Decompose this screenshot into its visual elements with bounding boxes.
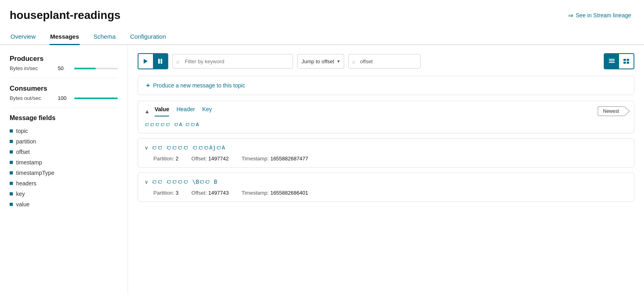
offset-label-2: Offset:: [192, 156, 207, 162]
field-bullet-offset: [10, 150, 13, 154]
svg-rect-4: [609, 60, 615, 61]
field-item-topic: topic: [10, 126, 118, 136]
field-label-timestamp: timestamp: [16, 159, 42, 166]
stream-lineage-icon: ⇒: [568, 12, 573, 19]
offset-value-2: 1497742: [208, 156, 229, 162]
toolbar: ⌕ Jump to offset ▾ ⌕: [138, 53, 634, 69]
tab-overview[interactable]: Overview: [10, 29, 37, 45]
field-item-value: value: [10, 199, 118, 210]
timestamp-label-2: Timestamp:: [242, 156, 268, 162]
message-card-1-header-left: ▲ Value Header Key: [144, 106, 212, 116]
consumers-title: Consumers: [10, 85, 118, 93]
bytes-out-progress-fill: [74, 98, 118, 99]
svg-rect-3: [609, 59, 615, 60]
chevron-up-icon-msg1[interactable]: ▲: [144, 108, 150, 114]
partition-label-2: Partition:: [153, 156, 174, 162]
tabs-bar: Overview Messages Schema Configuration: [0, 29, 644, 45]
filter-input[interactable]: [172, 54, 293, 69]
field-bullet-topic: [10, 129, 13, 133]
field-bullet-value: [10, 203, 13, 206]
message-value-text-1: ꀀꀀꀀꀀꀀ ꀀA ꀀꀀA: [144, 121, 627, 127]
message-card-2-meta: Partition: 2 Offset: 1497742 Timestamp: …: [138, 153, 634, 167]
message-title-3: ꀀꀀ ꀀꀀꀀꀀ \Bꀀꀀ B: [152, 179, 217, 185]
message-tabs-1: Value Header Key: [155, 106, 212, 116]
msg-tab-key[interactable]: Key: [202, 106, 212, 116]
timestamp-value-2: 1655882687477: [270, 156, 308, 162]
partition-value-3: 3: [175, 190, 178, 196]
stream-lineage-link[interactable]: ⇒ See in Stream lineage: [568, 12, 631, 19]
sidebar-divider-2: [10, 108, 118, 108]
tab-configuration[interactable]: Configuration: [129, 29, 167, 45]
field-item-offset: offset: [10, 147, 118, 157]
meta-offset-3: Offset: 1497743: [192, 190, 229, 196]
meta-timestamp-2: Timestamp: 1655882687477: [242, 156, 308, 162]
filter-search-icon: ⌕: [176, 58, 180, 64]
producers-title: Producers: [10, 55, 118, 63]
meta-partition-2: Partition: 2: [153, 156, 179, 162]
timestamp-label-3: Timestamp:: [242, 190, 268, 196]
sidebar: Producers Bytes in/sec 50 Consumers Byte…: [0, 45, 128, 294]
page-header: houseplant-readings ⇒ See in Stream line…: [0, 0, 644, 29]
message-fields-title: Message fields: [10, 114, 118, 122]
message-card-1-header: ▲ Value Header Key Newest: [138, 101, 634, 116]
message-card-1-body: ꀀꀀꀀꀀꀀ ꀀA ꀀꀀA: [138, 116, 634, 133]
filter-input-wrap: ⌕: [172, 54, 293, 69]
list-view-icon: [609, 58, 615, 64]
grid-view-button[interactable]: [619, 54, 634, 69]
play-pause-group: [138, 53, 168, 69]
pause-icon: [158, 58, 163, 64]
newest-badge-container: Newest: [598, 106, 624, 116]
field-label-topic: topic: [16, 128, 28, 134]
offset-label-3: Offset:: [192, 190, 207, 196]
tab-messages[interactable]: Messages: [50, 29, 80, 45]
play-button[interactable]: [138, 54, 153, 69]
bytes-out-row: Bytes out/sec 100: [10, 95, 118, 101]
partition-value-2: 2: [175, 156, 178, 162]
grid-view-icon: [623, 58, 630, 64]
offset-search-icon: ⌕: [352, 58, 355, 64]
offset-input[interactable]: [348, 54, 421, 69]
newest-label: Newest: [603, 108, 619, 114]
produce-banner-label: Produce a new message to this topic: [153, 82, 245, 89]
newest-badge: Newest: [598, 106, 624, 116]
meta-offset-2: Offset: 1497742: [192, 156, 229, 162]
offset-value-3: 1497743: [208, 190, 229, 196]
list-view-button[interactable]: [605, 54, 619, 69]
message-title-2: ꀀꀀ ꀀꀀꀀꀀ ꀀꀀꀀAjꀀA: [152, 144, 225, 151]
pause-button[interactable]: [153, 54, 167, 69]
msg-tab-header[interactable]: Header: [176, 106, 195, 116]
bytes-out-value: 100: [58, 95, 70, 101]
message-card-2-header[interactable]: ∨ ꀀꀀ ꀀꀀꀀꀀ ꀀꀀꀀAjꀀA: [138, 139, 634, 153]
field-bullet-headers: [10, 182, 13, 185]
message-card-3: ∨ ꀀꀀ ꀀꀀꀀꀀ \Bꀀꀀ B Partition: 3 Offset: 14…: [138, 172, 634, 202]
svg-rect-6: [623, 59, 626, 61]
bytes-in-progress-fill: [74, 68, 96, 69]
content-area: ⌕ Jump to offset ▾ ⌕: [128, 45, 644, 294]
message-card-1: ▲ Value Header Key Newest: [138, 101, 634, 133]
page: houseplant-readings ⇒ See in Stream line…: [0, 0, 644, 297]
field-list: topic partition offset timestamp timesta…: [10, 126, 118, 210]
field-bullet-timestamptype: [10, 171, 13, 174]
message-card-2: ∨ ꀀꀀ ꀀꀀꀀꀀ ꀀꀀꀀAjꀀA Partition: 2 Offset: 1…: [138, 138, 634, 168]
jump-to-offset-label: Jump to offset: [301, 58, 334, 64]
jump-to-offset-dropdown[interactable]: Jump to offset ▾: [297, 54, 344, 69]
field-label-timestamptype: timestampType: [16, 170, 54, 176]
plus-icon: +: [146, 82, 150, 89]
msg-tab-value[interactable]: Value: [155, 106, 169, 116]
chevron-down-icon: ▾: [337, 58, 340, 64]
field-item-timestamptype: timestampType: [10, 168, 118, 178]
bytes-in-value: 50: [58, 65, 70, 71]
field-item-partition: partition: [10, 136, 118, 147]
page-title: houseplant-readings: [10, 9, 120, 22]
bytes-out-label: Bytes out/sec: [10, 95, 54, 101]
stream-lineage-label: See in Stream lineage: [576, 12, 631, 19]
field-label-partition: partition: [16, 138, 36, 145]
svg-rect-9: [627, 62, 629, 64]
meta-timestamp-3: Timestamp: 1655882686401: [242, 190, 308, 196]
field-label-value: value: [16, 201, 29, 208]
svg-rect-5: [609, 62, 615, 63]
svg-rect-1: [158, 59, 160, 64]
message-card-3-header[interactable]: ∨ ꀀꀀ ꀀꀀꀀꀀ \Bꀀꀀ B: [138, 173, 634, 187]
tab-schema[interactable]: Schema: [93, 29, 116, 45]
produce-message-banner[interactable]: + Produce a new message to this topic: [138, 76, 634, 95]
